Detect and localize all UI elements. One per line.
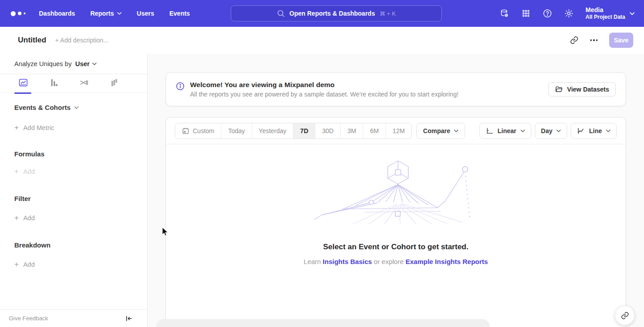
project-name: Media bbox=[585, 6, 625, 14]
axis-icon bbox=[486, 127, 494, 135]
range-yesterday[interactable]: Yesterday bbox=[252, 123, 293, 138]
help-icon[interactable] bbox=[542, 8, 552, 18]
nav-dashboards[interactable]: Dashboards bbox=[39, 10, 75, 17]
chevron-down-icon bbox=[92, 62, 97, 66]
scale-selector[interactable]: Linear bbox=[479, 123, 531, 139]
chevron-down-icon bbox=[606, 129, 610, 133]
range-30d[interactable]: 30D bbox=[315, 123, 340, 138]
tab-scatter[interactable] bbox=[105, 78, 124, 93]
settings-gear-icon[interactable] bbox=[564, 8, 574, 18]
analyze-label: Analyze Uniques by bbox=[14, 60, 72, 67]
calendar-icon bbox=[182, 127, 189, 134]
folder-icon bbox=[555, 85, 563, 93]
example-reports-link[interactable]: Example Insights Reports bbox=[406, 258, 488, 265]
more-options-button[interactable] bbox=[589, 38, 600, 43]
search-placeholder: Open Reports & Dashboards bbox=[289, 10, 375, 17]
empty-state-title: Select an Event or Cohort to get started… bbox=[323, 243, 469, 252]
date-range-selector: Custom Today Yesterday 7D 30D 3M 6M 12M bbox=[175, 123, 412, 139]
banner-title: Welcome! You are viewing a Mixpanel demo bbox=[190, 80, 458, 90]
nav-users[interactable]: Users bbox=[137, 10, 154, 17]
plus-icon: + bbox=[14, 168, 19, 175]
query-builder-sidebar: Analyze Uniques by User bbox=[0, 54, 148, 327]
range-today[interactable]: Today bbox=[221, 123, 251, 138]
plus-icon: + bbox=[14, 214, 19, 222]
add-filter-button[interactable]: + Add bbox=[14, 214, 133, 222]
chevron-down-icon bbox=[521, 129, 525, 133]
plus-icon: + bbox=[14, 260, 19, 268]
add-formula-button[interactable]: + Add bbox=[14, 168, 133, 175]
collapse-sidebar-icon[interactable] bbox=[125, 314, 133, 323]
insights-basics-link[interactable]: Insights Basics bbox=[323, 258, 372, 265]
project-subtitle: All Project Data bbox=[585, 14, 625, 21]
add-description[interactable]: + Add description... bbox=[55, 37, 108, 44]
add-metric-button[interactable]: + Add Metric bbox=[14, 124, 133, 131]
copy-link-icon[interactable] bbox=[570, 36, 579, 45]
range-12m[interactable]: 12M bbox=[386, 123, 411, 138]
chevron-down-icon bbox=[117, 11, 122, 16]
search-icon bbox=[277, 9, 285, 17]
add-breakdown-button[interactable]: + Add bbox=[14, 260, 133, 268]
mixpanel-logo[interactable] bbox=[11, 11, 25, 16]
analyze-by-selector[interactable]: User bbox=[75, 60, 97, 67]
tab-insights-chart[interactable] bbox=[13, 78, 33, 93]
breakdown-section-title: Breakdown bbox=[14, 241, 133, 249]
chart-type-selector[interactable]: Line bbox=[571, 123, 617, 139]
empty-state-links: Learn Insights Basics or explore Example… bbox=[304, 258, 488, 265]
view-datasets-button[interactable]: View Datasets bbox=[548, 82, 616, 96]
chevron-down-icon bbox=[74, 105, 79, 110]
events-cohorts-section[interactable]: Events & Cohorts bbox=[14, 104, 133, 111]
plus-icon: + bbox=[14, 124, 19, 131]
main-content: Welcome! You are viewing a Mixpanel demo… bbox=[148, 54, 644, 327]
global-search[interactable]: Open Reports & Dashboards ⌘ + K bbox=[231, 5, 442, 21]
interval-selector[interactable]: Day bbox=[535, 123, 568, 139]
next-section-peek bbox=[157, 319, 490, 327]
report-card: Custom Today Yesterday 7D 30D 3M 6M 12M … bbox=[165, 117, 626, 327]
range-7d[interactable]: 7D bbox=[293, 123, 315, 138]
chevron-down-icon bbox=[556, 129, 561, 133]
tab-flows[interactable] bbox=[74, 78, 94, 93]
search-shortcut: ⌘ + K bbox=[379, 10, 396, 17]
banner-subtitle: All the reports you see are powered by a… bbox=[190, 90, 458, 99]
apps-grid-icon[interactable] bbox=[521, 8, 531, 18]
report-header: Untitled + Add description... Save bbox=[0, 27, 644, 54]
range-3m[interactable]: 3M bbox=[340, 123, 363, 138]
range-custom[interactable]: Custom bbox=[175, 123, 221, 138]
nav-reports[interactable]: Reports bbox=[90, 10, 122, 17]
range-6m[interactable]: 6M bbox=[363, 123, 385, 138]
report-title[interactable]: Untitled bbox=[18, 36, 46, 45]
chevron-down-icon bbox=[630, 11, 634, 16]
nav-events[interactable]: Events bbox=[169, 10, 190, 17]
empty-state-illustration bbox=[311, 158, 481, 226]
top-nav: Dashboards Reports Users Events Open Rep… bbox=[0, 0, 644, 27]
info-icon bbox=[176, 82, 185, 91]
compare-button[interactable]: Compare bbox=[416, 123, 465, 139]
data-management-icon[interactable] bbox=[500, 8, 509, 18]
formulas-section-title: Formulas bbox=[14, 150, 133, 158]
chart-controls: Custom Today Yesterday 7D 30D 3M 6M 12M … bbox=[166, 117, 626, 144]
save-button[interactable]: Save bbox=[609, 33, 633, 48]
demo-welcome-banner: Welcome! You are viewing a Mixpanel demo… bbox=[165, 72, 626, 106]
filter-section-title: Filter bbox=[14, 195, 133, 202]
line-chart-icon bbox=[577, 127, 585, 135]
tab-bar-chart[interactable] bbox=[44, 78, 64, 93]
share-link-fab[interactable] bbox=[615, 306, 635, 325]
project-selector[interactable]: Media All Project Data bbox=[585, 6, 634, 21]
give-feedback-link[interactable]: Give Feedback bbox=[9, 315, 48, 322]
empty-state: Select an Event or Cohort to get started… bbox=[166, 158, 626, 265]
chevron-down-icon bbox=[454, 129, 458, 133]
